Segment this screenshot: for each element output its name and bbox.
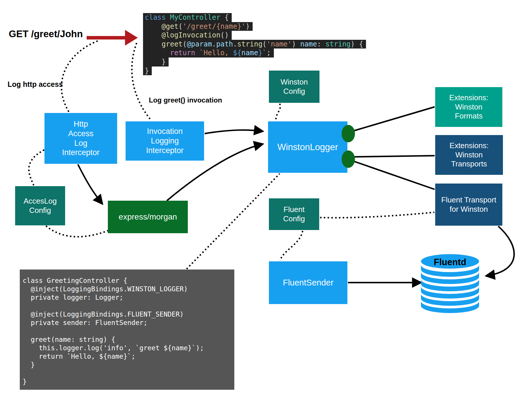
logging-architecture-diagram: Fluentd GET /greet/John Log http access …	[0, 0, 532, 406]
edge-request-to-http-interceptor	[61, 41, 98, 117]
fluent-transport-box: Fluent Transport for Winston	[435, 184, 502, 226]
fluent-config-box: Fluent Config	[269, 198, 319, 230]
http-access-log-interceptor-box: Http Access Log Interceptor	[44, 113, 117, 164]
edge-fluent-config-to-fluentsender	[280, 231, 303, 261]
edge-fluent-transport-to-fluentd	[486, 226, 514, 276]
express-morgan-box: express/morgan	[108, 201, 188, 233]
fluentd-label: Fluentd	[434, 257, 466, 267]
mycontroller-code-snippet: class MyController { @get('/greet/{name}…	[143, 13, 366, 75]
edge-winston-config-to-winstonlogger	[276, 104, 280, 121]
edge-greeting-code-to-winstonlogger	[187, 174, 280, 269]
edge-acceslog-config-to-express	[46, 226, 108, 237]
log-http-access-label: Log http access	[8, 80, 63, 89]
formats-extension-port	[342, 125, 355, 142]
log-greet-invocation-label: Log greet() invocation	[149, 96, 222, 104]
edge-http-interceptor-to-acceslog-config	[29, 150, 44, 185]
fluentd-top-disk	[421, 254, 479, 269]
winston-logger-box: WinstonLogger	[268, 121, 347, 173]
fluent-sender-box: FluentSender	[269, 261, 347, 304]
edge-fluent-config-to-fluent-transport	[320, 212, 434, 218]
transports-extension-port	[342, 150, 355, 168]
invocation-logging-interceptor-box: Invocation Logging Interceptor	[126, 121, 204, 161]
edge-http-to-express	[78, 164, 102, 204]
winston-config-box: Winston Config	[269, 71, 319, 103]
fluentd-database: Fluentd	[421, 254, 479, 313]
edge-invocation-to-winstonlogger	[205, 130, 263, 134]
extensions-winston-transports-box: Extensions: Winston Transports	[435, 135, 503, 175]
extensions-winston-formats-box: Extensions: Winston Formats	[435, 87, 502, 127]
request-arrow	[87, 30, 138, 46]
acceslog-config-box: AccesLog Config	[15, 186, 65, 225]
edge-port-to-formats	[354, 107, 435, 131]
edge-port-to-transports	[355, 156, 435, 157]
greetingcontroller-code-snippet: class GreetingController { @inject(Loggi…	[20, 270, 234, 390]
get-request-label: GET /greet/John	[9, 28, 83, 39]
edge-port-to-fluent-transport	[354, 161, 435, 189]
